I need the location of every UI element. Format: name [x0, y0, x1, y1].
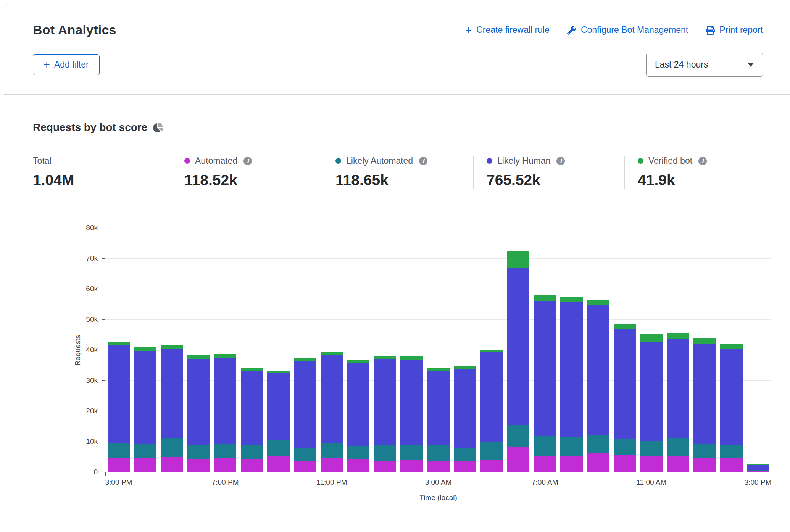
- stacked-bar[interactable]: [667, 333, 689, 472]
- stacked-bar[interactable]: [347, 360, 370, 472]
- bar-segment-automated: [640, 456, 663, 472]
- bar-segment-verified-bot: [241, 368, 263, 371]
- stacked-bar[interactable]: [747, 464, 769, 472]
- stat-total: Total 1.04M: [33, 156, 171, 189]
- bar-segment-likely-human: [134, 351, 156, 444]
- stacked-bar[interactable]: [534, 295, 556, 472]
- bar-segment-automated: [560, 456, 583, 472]
- bar-segment-automated: [693, 458, 716, 472]
- stacked-bar[interactable]: [693, 338, 716, 472]
- y-axis-tick: [102, 228, 105, 228]
- x-axis-origin-tick: [105, 472, 106, 476]
- stacked-bar[interactable]: [507, 251, 530, 472]
- stacked-bar[interactable]: [134, 347, 156, 472]
- stacked-bar[interactable]: [214, 354, 237, 472]
- bar-segment-likely-human: [294, 361, 316, 448]
- y-axis-tick: [102, 319, 105, 320]
- bar-segment-likely-human: [693, 344, 716, 444]
- bar-segment-likely-human: [400, 360, 423, 446]
- bar-segment-likely-automated: [427, 445, 450, 461]
- automated-legend-dot: [184, 158, 190, 164]
- stacked-bar[interactable]: [720, 344, 743, 472]
- stacked-bar[interactable]: [614, 324, 636, 472]
- plus-icon: +: [465, 26, 472, 34]
- total-value: 1.04M: [33, 172, 171, 189]
- bar-segment-likely-automated: [347, 446, 370, 459]
- likely-human-value: 765.52k: [487, 172, 624, 189]
- bar-segment-verified-bot: [507, 251, 530, 269]
- bot-analytics-card: Bot Analytics + Create firewall rule Con…: [4, 4, 790, 532]
- y-axis-tick: [102, 442, 105, 442]
- y-axis-tick-label: 80k: [61, 224, 98, 232]
- stacked-bar[interactable]: [108, 342, 130, 472]
- stat-automated: Automated i 118.52k: [171, 156, 322, 189]
- bar-segment-automated: [454, 461, 476, 472]
- bar-segment-likely-automated: [214, 444, 237, 458]
- bar-segment-likely-human: [347, 363, 370, 446]
- bar-segment-likely-human: [267, 373, 290, 440]
- bar-segment-likely-automated: [640, 441, 663, 456]
- y-axis-tick-label: 10k: [61, 437, 98, 446]
- plot-area: 010k20k30k40k50k60k70k80k3:00 PM7:00 PM1…: [105, 228, 771, 472]
- info-icon[interactable]: i: [556, 157, 565, 165]
- bar-segment-automated: [241, 459, 263, 472]
- y-axis-tick: [102, 380, 105, 381]
- bar-segment-automated: [374, 461, 397, 472]
- bar-segment-verified-bot: [374, 356, 397, 359]
- info-icon[interactable]: i: [243, 157, 252, 165]
- bar-segment-likely-automated: [480, 442, 503, 460]
- bar-segment-likely-human: [187, 359, 210, 445]
- add-filter-button[interactable]: + Add filter: [33, 54, 100, 75]
- stacked-bar[interactable]: [161, 345, 183, 472]
- bar-segment-likely-automated: [693, 444, 716, 457]
- bar-segment-likely-human: [374, 359, 397, 445]
- bar-segment-verified-bot: [693, 338, 716, 344]
- bar-segment-automated: [507, 447, 530, 472]
- card-header: Bot Analytics + Create firewall rule Con…: [4, 4, 790, 94]
- bar-segment-verified-bot: [427, 368, 450, 371]
- stacked-bar[interactable]: [560, 297, 583, 472]
- create-firewall-rule-label: Create firewall rule: [476, 25, 550, 35]
- header-actions: + Create firewall rule Configure Bot Man…: [465, 25, 763, 35]
- stacked-bar[interactable]: [640, 334, 663, 472]
- stacked-bar[interactable]: [427, 368, 450, 472]
- info-icon[interactable]: i: [698, 157, 707, 165]
- gridline: [105, 289, 771, 289]
- bar-segment-likely-automated: [720, 445, 743, 458]
- bar-segment-verified-bot: [614, 324, 636, 329]
- stacked-bar[interactable]: [267, 371, 290, 472]
- bar-segment-likely-automated: [161, 438, 183, 457]
- stat-likely-automated: Likely Automated i 118.65k: [322, 156, 473, 189]
- info-icon[interactable]: i: [419, 157, 427, 165]
- wrench-icon: [567, 26, 576, 35]
- print-report-label: Print report: [719, 25, 763, 35]
- time-range-dropdown[interactable]: Last 24 hours: [646, 53, 763, 77]
- plus-icon: +: [44, 61, 50, 69]
- stacked-bar[interactable]: [241, 368, 263, 472]
- bar-segment-automated: [667, 456, 689, 472]
- automated-label: Automated: [195, 156, 237, 166]
- stacked-bar[interactable]: [454, 366, 476, 472]
- create-firewall-rule-link[interactable]: + Create firewall rule: [465, 25, 550, 35]
- configure-bot-management-link[interactable]: Configure Bot Management: [567, 25, 688, 35]
- bar-segment-likely-automated: [507, 425, 530, 447]
- stacked-bar[interactable]: [587, 300, 609, 472]
- bar-segment-verified-bot: [640, 334, 663, 342]
- x-axis-tick-label: 3:00 PM: [105, 478, 132, 487]
- stacked-bar[interactable]: [321, 352, 343, 472]
- print-report-link[interactable]: Print report: [706, 25, 763, 35]
- requests-chart: Requests 010k20k30k40k50k60k70k80k3:00 P…: [105, 228, 771, 502]
- bar-segment-automated: [720, 458, 743, 472]
- stacked-bar[interactable]: [294, 358, 316, 472]
- x-axis-title: Time (local): [105, 493, 771, 502]
- bar-segment-likely-human: [480, 352, 503, 443]
- stacked-bar[interactable]: [400, 356, 423, 472]
- stacked-bar[interactable]: [187, 355, 210, 472]
- bar-segment-verified-bot: [161, 345, 183, 349]
- title-row: Bot Analytics + Create firewall rule Con…: [33, 23, 763, 37]
- bar-segment-verified-bot: [534, 295, 556, 301]
- likely-human-legend-dot: [487, 158, 492, 164]
- stacked-bar[interactable]: [480, 350, 503, 472]
- bar-segment-likely-human: [321, 355, 343, 443]
- stacked-bar[interactable]: [374, 356, 397, 472]
